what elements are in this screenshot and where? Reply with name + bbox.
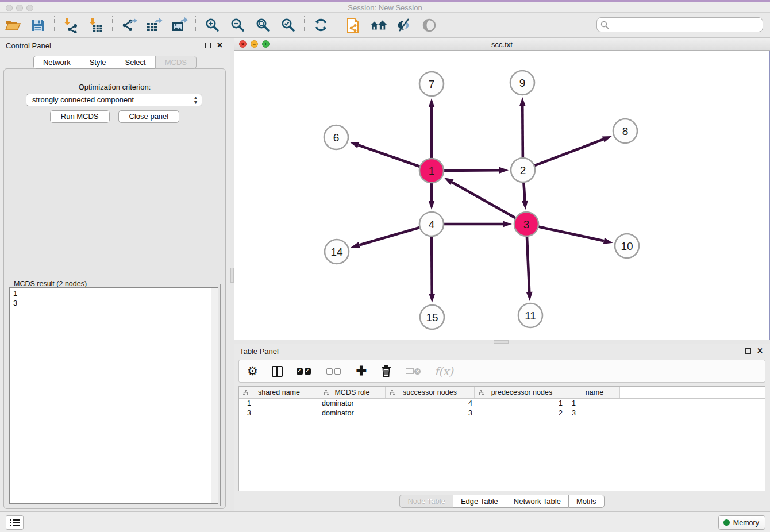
clear-checkboxes-icon[interactable] [326, 364, 342, 378]
criterion-dropdown[interactable]: strongly connected component ▲▼ [26, 94, 202, 106]
edge-2-3[interactable] [523, 181, 525, 201]
graph-node-label-11: 11 [525, 310, 536, 322]
tab-motifs[interactable]: Motifs [568, 495, 605, 508]
result-scrollbar[interactable] [211, 288, 218, 503]
tab-node-table[interactable]: Node Table [399, 495, 453, 508]
column-header-successor-nodes[interactable]: successor nodes [386, 387, 475, 398]
table-row[interactable]: 1dominator411 [239, 399, 765, 408]
mcds-panel: Optimization criterion: strongly connect… [3, 68, 226, 509]
delete-table-icon: ✕ [406, 364, 421, 378]
function-builder-icon: f(x) [434, 364, 453, 378]
arrowhead-4-3 [503, 221, 512, 228]
column-header-name[interactable]: name [569, 387, 620, 398]
float-table-panel-icon[interactable] [745, 348, 751, 354]
arrowhead-3-1 [444, 178, 454, 185]
memory-label: Memory [733, 519, 759, 527]
edge-1-2[interactable] [442, 170, 499, 171]
columns-icon[interactable] [272, 364, 283, 378]
mcds-result-textarea[interactable]: 1 3 [9, 287, 218, 504]
table-cell: 3 [239, 408, 319, 418]
export-image-icon[interactable] [171, 17, 188, 34]
dropdown-stepper-icon: ▲▼ [193, 95, 198, 105]
table-panel-title: Table Panel [240, 347, 279, 356]
graph-node-label-6: 6 [333, 132, 340, 144]
edge-4-15[interactable] [432, 235, 432, 294]
app-title: Session: New Session [0, 3, 770, 12]
add-icon[interactable]: ✚ [356, 364, 367, 378]
node-table[interactable]: shared nameMCDS rolesuccessor nodesprede… [238, 386, 765, 491]
arrowhead-2-9 [519, 97, 526, 106]
edge-2-9[interactable] [522, 106, 523, 159]
graph-node-label-4: 4 [429, 218, 435, 230]
table-cell: 4 [386, 399, 475, 408]
edge-3-1[interactable] [452, 182, 517, 219]
edge-3-10[interactable] [537, 226, 604, 241]
table-row[interactable]: 3dominator323 [239, 408, 765, 418]
export-network-icon[interactable] [120, 17, 137, 34]
edge-3-11[interactable] [527, 235, 529, 292]
close-table-panel-icon[interactable]: ✕ [757, 346, 763, 355]
run-mcds-button[interactable]: Run MCDS [50, 110, 110, 123]
control-panel: Control Panel ✕ NetworkStyleSelectMCDS O… [0, 38, 230, 511]
edge-1-6[interactable] [359, 145, 421, 167]
control-panel-title: Control Panel [6, 41, 51, 50]
tab-style[interactable]: Style [80, 56, 116, 69]
refresh-icon[interactable] [312, 17, 329, 34]
dark-circle-icon[interactable] [421, 17, 438, 34]
float-panel-icon[interactable] [205, 43, 211, 48]
network-window-titlebar: ✕ − + scc.txt [234, 38, 770, 51]
toolbar-separator [54, 16, 55, 34]
arrowhead-1-7 [429, 98, 435, 107]
graph-node-label-2: 2 [520, 164, 526, 176]
column-header-MCDS-role[interactable]: MCDS role [319, 387, 386, 398]
eye-slash-icon[interactable] [395, 17, 413, 34]
open-folder-icon[interactable] [4, 17, 21, 34]
arrowhead-2-3 [522, 201, 528, 210]
zoom-out-icon[interactable] [229, 17, 246, 34]
export-table-icon[interactable] [145, 17, 163, 34]
table-header-row: shared nameMCDS rolesuccessor nodesprede… [239, 387, 765, 399]
tab-network[interactable]: Network [33, 56, 80, 69]
mcds-result-title: MCDS result (2 nodes) [12, 280, 88, 288]
column-header-shared-name[interactable]: shared name [239, 387, 319, 398]
table-toolbar: ⚙ ✚ ✕ f(x) [238, 360, 765, 383]
tab-network-table[interactable]: Network Table [506, 495, 568, 508]
houses-icon[interactable] [370, 17, 387, 34]
edge-4-14[interactable] [359, 227, 421, 245]
gear-icon[interactable]: ⚙ [247, 364, 258, 378]
table-cell: 3 [386, 408, 475, 418]
app-titlebar: Session: New Session [0, 0, 770, 13]
table-tabs: Node TableEdge TableNetwork TableMotifs [234, 495, 770, 508]
select-all-checkboxes-icon[interactable] [297, 364, 313, 378]
import-network-icon[interactable] [62, 17, 79, 34]
memory-button[interactable]: Memory [718, 515, 765, 530]
close-panel-icon[interactable]: ✕ [217, 41, 223, 49]
save-disk-icon[interactable] [29, 17, 47, 34]
arrowhead-3-11 [526, 292, 533, 301]
task-list-button[interactable] [6, 515, 24, 530]
edge-2-8[interactable] [533, 140, 603, 167]
table-cell: dominator [319, 408, 386, 418]
column-header-predecessor-nodes[interactable]: predecessor nodes [475, 387, 569, 398]
status-bar: Memory [0, 511, 770, 532]
network-canvas[interactable]: 7968124314101511 [234, 51, 770, 340]
search-input[interactable] [596, 17, 763, 32]
toolbar-separator [112, 16, 113, 34]
graph-node-label-15: 15 [426, 311, 438, 323]
graph-svg: 7968124314101511 [234, 51, 769, 339]
tab-select[interactable]: Select [116, 56, 155, 69]
trash-icon[interactable] [380, 364, 392, 378]
zoom-fit-icon[interactable] [254, 17, 271, 34]
main-toolbar [0, 13, 770, 38]
close-panel-button[interactable]: Close panel [118, 110, 180, 123]
table-cell: 1 [569, 399, 620, 408]
zoom-check-icon[interactable] [279, 17, 297, 34]
tab-edge-table[interactable]: Edge Table [453, 495, 506, 508]
tab-mcds[interactable]: MCDS [155, 56, 197, 69]
zoom-in-icon[interactable] [203, 17, 221, 34]
arrowhead-1-2 [499, 167, 509, 174]
import-table-icon[interactable] [87, 17, 105, 34]
table-cell: 1 [239, 399, 319, 408]
search-field [596, 17, 763, 32]
copy-network-icon[interactable] [345, 17, 362, 34]
